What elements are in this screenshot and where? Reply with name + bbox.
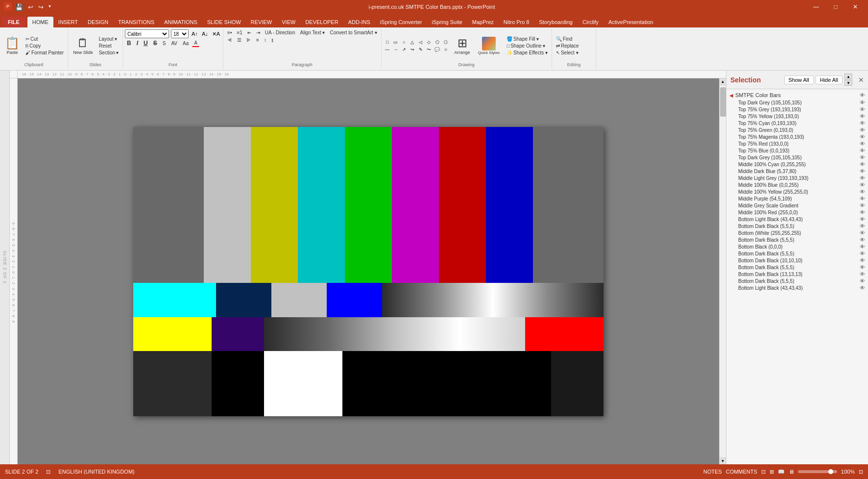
show-all-button[interactable]: Show All xyxy=(784,76,814,84)
shape-pentagon[interactable]: ⬠ xyxy=(434,39,441,46)
list-item[interactable]: Middle 100% Blue (0,0,255)👁 xyxy=(726,181,868,188)
find-button[interactable]: 🔍Find xyxy=(554,36,581,42)
redo-quick-btn[interactable]: ↪ xyxy=(37,2,45,12)
format-painter-button[interactable]: 🖌Format Painter xyxy=(24,50,66,56)
item-eye-icon[interactable]: 👁 xyxy=(860,189,865,195)
list-item[interactable]: Bottom Light Black (43,43,43)👁 xyxy=(726,284,868,291)
replace-button[interactable]: ⇄Replace xyxy=(554,43,581,49)
item-eye-icon[interactable]: 👁 xyxy=(860,113,865,119)
list-item[interactable]: Bottom Dark Black (13,13,13)👁 xyxy=(726,271,868,277)
shape-arrow[interactable]: → xyxy=(392,46,400,53)
item-eye-icon[interactable]: 👁 xyxy=(860,148,865,153)
italic-button[interactable]: I xyxy=(135,39,140,47)
item-eye-icon[interactable]: 👁 xyxy=(860,100,865,105)
undo-quick-btn[interactable]: ↩ xyxy=(26,2,35,12)
list-item[interactable]: Bottom Black (0,0,0)👁 xyxy=(726,243,868,250)
shape-connector[interactable]: ↗ xyxy=(400,46,408,53)
shape-right-triangle[interactable]: ◁ xyxy=(417,39,425,46)
tab-slideshow[interactable]: SLIDE SHOW xyxy=(202,17,246,27)
list-item[interactable]: Bottom Dark Black (5,5,5)👁 xyxy=(726,264,868,271)
text-direction-btn[interactable]: UA - Direction xyxy=(263,29,297,36)
copy-button[interactable]: ⎘Copy xyxy=(24,43,66,49)
item-eye-icon[interactable]: 👁 xyxy=(860,285,865,291)
justify-btn[interactable]: ≡ xyxy=(254,37,261,43)
shape-curved-arrow[interactable]: ↪ xyxy=(409,46,416,53)
fit-slide-btn[interactable]: ⊡ xyxy=(859,469,863,475)
character-spacing-btn[interactable]: AV xyxy=(169,40,179,47)
font-name-select[interactable]: Calibri xyxy=(125,29,169,38)
shape-freeform[interactable]: ✎ xyxy=(417,46,425,53)
list-item[interactable]: Top 75% Magenta (193,0,193)👁 xyxy=(726,133,868,140)
shape-hexagon[interactable]: ⬡ xyxy=(442,39,450,46)
item-eye-icon[interactable]: 👁 xyxy=(860,271,865,277)
tab-animations[interactable]: ANIMATIONS xyxy=(159,17,202,27)
item-eye-icon[interactable]: 👁 xyxy=(860,141,865,147)
list-item[interactable]: Bottom Dark Black (5,5,5)👁 xyxy=(726,236,868,243)
scroll-up-btn[interactable]: ▲ xyxy=(720,78,726,85)
list-item[interactable]: Top 75% Red (193,0,0)👁 xyxy=(726,140,868,147)
item-eye-icon[interactable]: 👁 xyxy=(860,223,865,229)
decrease-font-btn[interactable]: A↓ xyxy=(201,30,209,37)
hide-all-button[interactable]: Hide All xyxy=(816,76,843,84)
scroll-thumb[interactable] xyxy=(720,87,726,117)
tab-mapprez[interactable]: MapPrez xyxy=(467,17,499,27)
shape-round-rect[interactable]: ▭ xyxy=(392,39,400,46)
shape-triangle[interactable]: △ xyxy=(409,39,416,46)
decrease-indent-btn[interactable]: ⇤ xyxy=(245,29,253,36)
list-item[interactable]: Top Dark Grey (105,105,105)👁 xyxy=(726,154,868,161)
item-eye-icon[interactable]: 👁 xyxy=(860,120,865,126)
shape-rect[interactable]: □ xyxy=(384,39,391,46)
item-eye-icon[interactable]: 👁 xyxy=(860,257,865,263)
move-up-btn[interactable]: ▲ xyxy=(844,74,852,79)
list-item[interactable]: Bottom Dark Black (5,5,5)👁 xyxy=(726,277,868,284)
item-eye-icon[interactable]: 👁 xyxy=(860,168,865,174)
list-item[interactable]: Middle Light Grey (193,193,193)👁 xyxy=(726,175,868,181)
move-down-btn[interactable]: ▼ xyxy=(844,80,852,86)
new-slide-button[interactable]: 🗒 New Slide xyxy=(70,35,96,56)
item-eye-icon[interactable]: 👁 xyxy=(860,278,865,284)
presenter-view-btn[interactable]: 🖥 xyxy=(789,469,794,475)
shadow-button[interactable]: S xyxy=(161,40,168,47)
notes-btn[interactable]: NOTES xyxy=(703,469,722,475)
item-eye-icon[interactable]: 👁 xyxy=(860,154,865,160)
shape-line[interactable]: — xyxy=(384,46,391,53)
tab-circlify[interactable]: Circlify xyxy=(578,17,603,27)
list-item[interactable]: Top 75% Cyan (0,193,193)👁 xyxy=(726,120,868,126)
item-eye-icon[interactable]: 👁 xyxy=(860,161,865,167)
sel-group-smtpe[interactable]: ◀ SMTPE Color Bars 👁 xyxy=(726,91,868,99)
tab-developer[interactable]: DEVELOPER xyxy=(300,17,343,27)
select-button[interactable]: ↖Select ▾ xyxy=(554,50,581,56)
strikethrough-button[interactable]: S xyxy=(151,39,159,47)
tab-home[interactable]: HOME xyxy=(27,17,53,27)
save-quick-btn[interactable]: 💾 xyxy=(14,2,24,12)
reading-view-btn[interactable]: 📖 xyxy=(778,469,785,475)
cut-button[interactable]: ✂Cut xyxy=(24,36,66,42)
list-item[interactable]: Top 75% Blue (0,0,193)👁 xyxy=(726,147,868,154)
shape-effects-button[interactable]: ✨Shape Effects ▾ xyxy=(505,50,550,56)
numbering-btn[interactable]: ≡1 xyxy=(235,29,244,36)
vertical-scrollbar[interactable]: ▲ ▼ xyxy=(719,78,726,464)
tab-activepresentation[interactable]: ActivePresentation xyxy=(603,17,658,27)
maximize-btn[interactable]: □ xyxy=(827,0,844,14)
item-eye-icon[interactable]: 👁 xyxy=(860,209,865,215)
tab-storyboarding[interactable]: Storyboarding xyxy=(534,17,578,27)
change-case-btn[interactable]: Aa xyxy=(181,40,191,47)
shape-curve[interactable]: 〜 xyxy=(425,46,433,53)
item-eye-icon[interactable]: 👁 xyxy=(860,264,865,270)
tab-ispring-converter[interactable]: iSpring Converter xyxy=(375,17,427,27)
item-eye-icon[interactable]: 👁 xyxy=(860,182,865,188)
clear-format-btn[interactable]: ✕A xyxy=(211,30,221,38)
list-item[interactable]: Top 75% Grey (193,193,193)👁 xyxy=(726,106,868,113)
font-size-select[interactable]: 18 xyxy=(171,29,189,38)
bullets-btn[interactable]: ≡• xyxy=(225,29,234,36)
increase-font-btn[interactable]: A↑ xyxy=(191,30,199,37)
list-item[interactable]: Top Dark Grey (105,105,105)👁 xyxy=(726,99,868,106)
columns-btn[interactable]: ⫿ xyxy=(269,37,276,43)
item-eye-icon[interactable]: 👁 xyxy=(860,175,865,181)
list-item[interactable]: Middle 100% Cyan (0,255,255)👁 xyxy=(726,161,868,168)
list-item[interactable]: Middle 100% Red (255,0,0)👁 xyxy=(726,209,868,216)
shape-star[interactable]: ☆ xyxy=(442,46,450,53)
section-button[interactable]: Section ▾ xyxy=(97,50,121,56)
shape-diamond[interactable]: ◇ xyxy=(425,39,433,46)
customize-quick-btn[interactable]: ▾ xyxy=(47,2,52,12)
